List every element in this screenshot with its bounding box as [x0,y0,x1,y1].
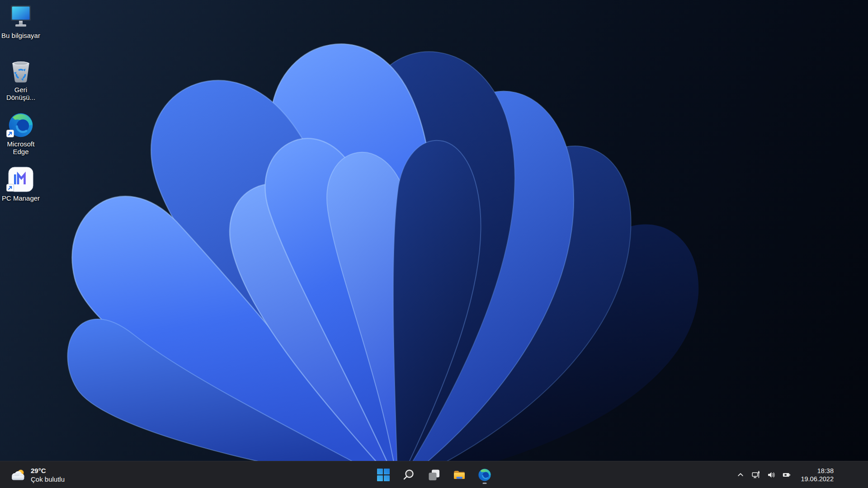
battery-tray-button[interactable] [779,465,794,484]
clock-date: 19.06.2022 [801,475,834,483]
task-view-button[interactable] [424,465,444,485]
desktop-icon-this-pc[interactable]: Bu bilgisayar [0,3,42,57]
edge-icon [478,468,491,482]
taskbar: 29°C Çok bulutlu [0,461,868,488]
desktop-icon-label: PC Manager [2,194,40,202]
desktop-icon-label: Bu bilgisayar [1,32,40,39]
file-explorer-icon [453,468,466,482]
desktop-icon-label: Microsoft Edge [7,140,35,155]
label-line-1: PC Manager [2,194,40,202]
partly-cloudy-icon [10,468,26,482]
recycle-bin-icon [7,57,34,84]
task-view-icon [427,468,441,482]
clock-time: 18:38 [817,467,834,475]
network-wired-icon [752,471,760,479]
label-line-2: Dönüşü... [6,94,35,101]
desktop-icon-microsoft-edge[interactable]: Microsoft Edge [0,111,42,165]
file-explorer-button[interactable] [449,465,469,485]
label-line-1: Microsoft [7,140,35,148]
this-pc-icon [7,3,34,30]
shortcut-arrow-badge [6,130,14,139]
desktop-icon-label: Geri Dönüşü... [6,86,35,101]
start-button[interactable] [373,465,393,485]
desktop-icon-recycle-bin[interactable]: Geri Dönüşü... [0,57,42,111]
search-icon [402,468,415,482]
label-line-1: Bu bilgisayar [1,32,40,39]
network-tray-button[interactable] [748,465,764,484]
desktop-icon-pc-manager[interactable]: PC Manager [0,165,42,220]
volume-tray-button[interactable] [764,465,779,484]
search-button[interactable] [399,465,419,485]
label-line-1: Geri [6,86,35,94]
clock[interactable]: 18:38 19.06.2022 [801,467,834,483]
weather-text: 29°C Çok bulutlu [31,466,65,483]
hidden-icons-chevron-button[interactable] [733,465,748,484]
weather-condition: Çok bulutlu [31,475,65,483]
battery-charging-icon [783,471,791,479]
taskbar-center [373,461,495,488]
weather-temperature: 29°C [31,466,65,475]
windows-start-icon [377,468,390,482]
windows-desktop: Bu bilgisayar [0,0,868,488]
volume-icon [767,471,775,479]
system-tray: 18:38 19.06.2022 [733,461,868,488]
wallpaper-bloom [0,0,868,488]
running-app-indicator [483,483,487,484]
label-line-2: Edge [7,148,35,155]
desktop-icon-column: Bu bilgisayar [0,3,42,220]
chevron-up-icon [736,471,745,479]
shortcut-arrow-badge [6,184,14,193]
widgets-weather-button[interactable]: 29°C Çok bulutlu [5,461,69,488]
edge-taskbar-button[interactable] [475,465,495,485]
